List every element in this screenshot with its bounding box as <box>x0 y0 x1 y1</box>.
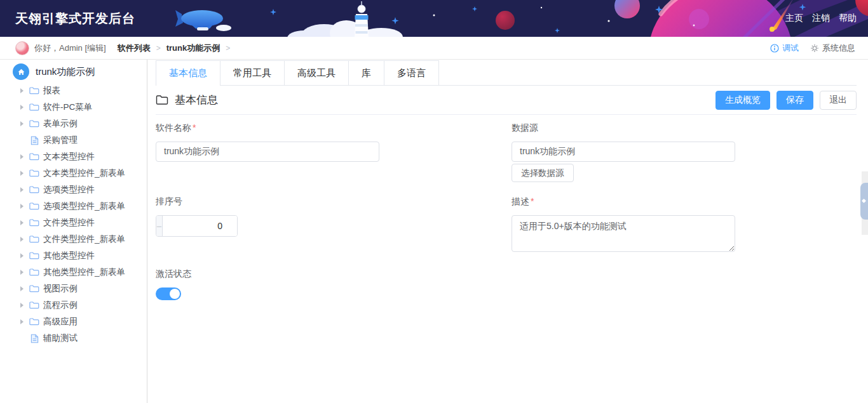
sidebar-root-item[interactable]: trunk功能示例 <box>0 63 147 80</box>
app-window: 天翎引擎式开发后台 主页注销帮助 你好，Admin [编辑] 软件列表>trun… <box>0 0 868 403</box>
generate-overview-button[interactable]: 生成概览 <box>715 91 770 110</box>
sidebar-item[interactable]: 表单示例 <box>0 116 147 132</box>
required-mark: * <box>193 122 196 133</box>
required-mark: * <box>531 196 534 206</box>
expand-arrow-icon[interactable] <box>20 204 29 209</box>
expand-arrow-icon[interactable] <box>20 121 29 126</box>
tab-2[interactable]: 高级工具 <box>285 60 349 85</box>
tab-1[interactable]: 常用工具 <box>220 60 285 85</box>
decrement-button[interactable]: − <box>156 216 163 236</box>
active-status-label: 激活状态 <box>156 268 512 280</box>
system-info-button[interactable]: 系统信息 <box>810 43 855 54</box>
nav-link-2[interactable]: 帮助 <box>839 13 857 24</box>
clouds-illustration <box>287 20 403 37</box>
sidebar-item-label: 辅助测试 <box>43 333 78 344</box>
sidebar-item-label: 流程示例 <box>43 300 78 311</box>
small-planet-illustration <box>614 0 640 18</box>
folder-icon <box>29 185 39 195</box>
data-source-input[interactable] <box>512 142 735 162</box>
sidebar-item[interactable]: 报表 <box>0 83 147 99</box>
sidebar-item[interactable]: 其他类型控件_新表单 <box>0 264 147 281</box>
nav-link-0[interactable]: 主页 <box>785 13 803 24</box>
section-title: 基本信息 <box>175 93 218 107</box>
tab-3[interactable]: 库 <box>349 60 384 85</box>
active-status-toggle[interactable] <box>156 287 181 300</box>
expand-arrow-icon[interactable] <box>20 88 29 93</box>
description-textarea[interactable]: 适用于5.0+版本的功能测试 <box>512 215 735 252</box>
sidebar-item-label: 高级应用 <box>43 316 78 327</box>
save-button[interactable]: 保存 <box>776 91 813 110</box>
tab-0[interactable]: 基本信息 <box>156 60 220 85</box>
expand-arrow-icon[interactable] <box>20 154 29 159</box>
folder-icon <box>29 234 39 244</box>
software-name-input[interactable] <box>156 142 379 162</box>
sidebar-item[interactable]: 文件类型控件 <box>0 215 147 231</box>
sidebar-item[interactable]: 文本类型控件 <box>0 149 147 165</box>
field-software-name: 软件名称* <box>156 122 512 162</box>
expand-arrow-icon[interactable] <box>20 253 29 258</box>
sidebar-item[interactable]: 辅助测试 <box>0 330 147 347</box>
expand-arrow-icon[interactable] <box>20 220 29 225</box>
expand-arrow-icon[interactable] <box>20 105 29 110</box>
drawer-handle[interactable] <box>860 183 868 220</box>
folder-icon <box>29 284 39 294</box>
sidebar-item[interactable]: 软件-PC菜单 <box>0 99 147 116</box>
sidebar-item-label: 其他类型控件 <box>43 250 95 261</box>
sidebar-item[interactable]: 文件类型控件_新表单 <box>0 231 147 248</box>
tab-4[interactable]: 多语言 <box>384 60 439 85</box>
sidebar-item[interactable]: 其他类型控件 <box>0 248 147 264</box>
breadcrumb-bar: 你好，Admin [编辑] 软件列表>trunk功能示例> 调试 <box>0 37 868 60</box>
folder-icon <box>29 102 39 112</box>
sidebar-item-label: 文本类型控件_新表单 <box>43 168 125 179</box>
sidebar-item-label: 文本类型控件 <box>43 151 95 162</box>
sidebar-item[interactable]: 视图示例 <box>0 281 147 297</box>
folder-icon <box>29 119 39 129</box>
debug-button[interactable]: 调试 <box>770 43 799 54</box>
breadcrumb: 软件列表>trunk功能示例> <box>118 43 236 54</box>
avatar[interactable] <box>15 41 29 55</box>
sidebar-item[interactable]: 流程示例 <box>0 297 147 314</box>
sidebar-item[interactable]: 选项类型控件 <box>0 182 147 198</box>
choose-data-source-button[interactable]: 选择数据源 <box>512 164 574 182</box>
gear-icon <box>810 44 819 53</box>
nav-link-1[interactable]: 注销 <box>812 13 830 24</box>
folder-icon <box>29 201 39 211</box>
sidebar-item[interactable]: 高级应用 <box>0 314 147 330</box>
sidebar-item-label: 报表 <box>43 85 60 96</box>
expand-arrow-icon[interactable] <box>20 286 29 291</box>
expand-arrow-icon[interactable] <box>20 303 29 308</box>
folder-icon <box>156 95 168 105</box>
expand-arrow-icon[interactable] <box>20 171 29 176</box>
sidebar-item-label: 选项类型控件 <box>43 184 95 195</box>
breadcrumb-item[interactable]: 软件列表 <box>118 43 151 54</box>
data-source-label: 数据源 <box>512 122 857 134</box>
expand-arrow-icon[interactable] <box>20 270 29 275</box>
sidebar: trunk功能示例 报表软件-PC菜单表单示例采购管理文本类型控件文本类型控件_… <box>0 60 147 403</box>
sidebar-item-label: 文件类型控件_新表单 <box>43 234 125 245</box>
star-dots <box>433 7 695 27</box>
sidebar-item[interactable]: 文本类型控件_新表单 <box>0 165 147 182</box>
home-icon <box>13 63 29 80</box>
expand-arrow-icon[interactable] <box>20 319 29 324</box>
basic-info-form: 软件名称* 数据源 选择数据源 排序号 <box>156 122 857 300</box>
exit-button[interactable]: 退出 <box>820 91 857 110</box>
expand-arrow-icon[interactable] <box>20 187 29 192</box>
sidebar-tree: 报表软件-PC菜单表单示例采购管理文本类型控件文本类型控件_新表单选项类型控件选… <box>0 81 147 347</box>
field-data-source: 数据源 选择数据源 <box>512 122 857 182</box>
main-content: 基本信息常用工具高级工具库多语言 基本信息 生成概览 保存 退出 <box>147 60 868 403</box>
folder-icon <box>29 168 39 178</box>
expand-arrow-icon[interactable] <box>20 237 29 242</box>
user-greeting: 你好，Admin [编辑] <box>34 43 106 54</box>
folder-icon <box>29 251 39 261</box>
sort-number-label: 排序号 <box>156 196 512 208</box>
document-icon <box>29 135 39 145</box>
sidebar-item[interactable]: 采购管理 <box>0 132 147 149</box>
sidebar-item-label: 软件-PC菜单 <box>43 102 92 113</box>
breadcrumb-separator: > <box>156 44 161 53</box>
sort-number-input[interactable] <box>163 216 238 236</box>
folder-icon <box>29 152 39 162</box>
section-header: 基本信息 生成概览 保存 退出 <box>156 86 857 115</box>
breadcrumb-item[interactable]: trunk功能示例 <box>166 43 220 54</box>
description-label: 描述* <box>512 196 857 208</box>
sidebar-item[interactable]: 选项类型控件_新表单 <box>0 198 147 215</box>
